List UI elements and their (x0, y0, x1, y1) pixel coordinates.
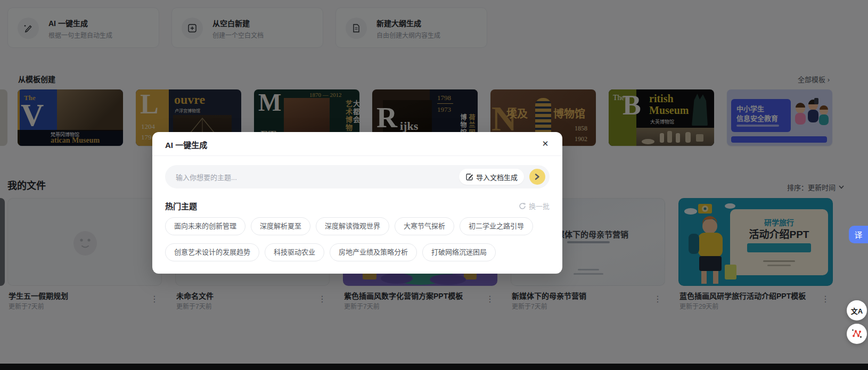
close-icon[interactable]: ✕ (539, 137, 552, 150)
translate-icon: 文A (851, 306, 863, 316)
graph-tool-button[interactable] (847, 324, 867, 344)
refresh-topics-button[interactable]: 换一批 (519, 201, 550, 211)
translate-tool-button[interactable]: 文A (847, 300, 867, 320)
ai-generate-dialog: AI 一键生成 ✕ 导入文档生成 热门主题 (152, 132, 562, 274)
topic-chip-row-1: 面向未来的创新管理 深度解析夏至 深度解读微观世界 大寒节气探析 初二学业之路引… (165, 217, 533, 235)
app-screen: AI 一键生成 根据一句主题自动生成 从空白新建 创建一个空白文档 新建大纲生成… (0, 0, 868, 370)
topic-chip-row-2: 创意艺术设计的发展趋势 科技驱动农业 房地产业绩及策略分析 打破网络沉迷困局 (165, 243, 496, 261)
topic-chip[interactable]: 面向未来的创新管理 (165, 217, 245, 235)
import-doc-icon (465, 173, 473, 181)
topic-chip[interactable]: 打破网络沉迷困局 (422, 243, 496, 261)
divider (152, 155, 562, 156)
import-document-label: 导入文档生成 (476, 172, 518, 182)
import-document-button[interactable]: 导入文档生成 (459, 169, 524, 185)
refresh-topics-label: 换一批 (529, 201, 550, 211)
translate-pill-button[interactable]: 译 (849, 226, 868, 243)
topic-input-pill: 导入文档生成 (165, 165, 550, 188)
topic-chip[interactable]: 初二学业之路引导 (460, 217, 533, 235)
topic-chip[interactable]: 大寒节气探析 (395, 217, 454, 235)
topic-chip[interactable]: 科技驱动农业 (265, 243, 324, 261)
topic-chip[interactable]: 深度解读微观世界 (316, 217, 389, 235)
send-arrow-icon (534, 174, 541, 180)
send-button[interactable] (529, 169, 545, 185)
dialog-title: AI 一键生成 (165, 139, 207, 150)
topic-chip[interactable]: 创意艺术设计的发展趋势 (165, 243, 259, 261)
hot-topics-title: 热门主题 (165, 200, 197, 211)
translate-pill-label: 译 (854, 229, 862, 240)
topic-chip[interactable]: 深度解析夏至 (251, 217, 310, 235)
network-graph-icon (851, 328, 862, 339)
topic-chip[interactable]: 房地产业绩及策略分析 (330, 243, 417, 261)
topic-input[interactable] (175, 165, 411, 190)
refresh-icon (519, 202, 526, 210)
